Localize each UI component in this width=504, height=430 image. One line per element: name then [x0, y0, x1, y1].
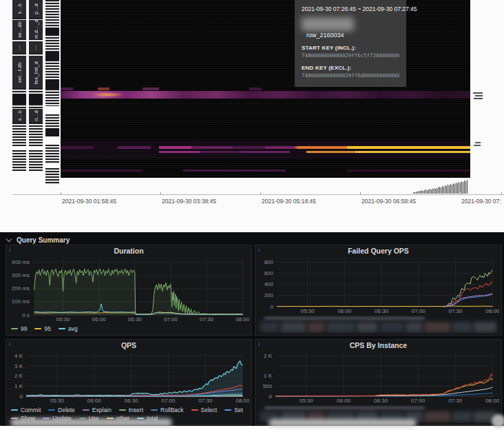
keyviz-table-label[interactable]: ···: [29, 42, 43, 53]
legend-item-select[interactable]: Select: [191, 407, 218, 413]
x-axis-tick-label: 05:30: [45, 398, 70, 404]
row-collapse-caret-icon[interactable]: [6, 236, 12, 242]
tooltip-row-label: row_2160034: [306, 32, 399, 39]
tooltip-start-key-label: START KEY (INCL.):: [302, 45, 399, 51]
panel-title-duration[interactable]: Duration: [8, 247, 249, 256]
histogram-bar: [448, 185, 448, 194]
keyviz-table-label[interactable]: se…db: [12, 20, 26, 39]
keyviz-table-label[interactable]: s…b: [12, 0, 26, 18]
histogram-bar: [465, 181, 466, 194]
legend-swatch: [59, 328, 65, 329]
x-axis-tick-label: 08:00: [480, 398, 499, 404]
histogram-bar: [419, 191, 419, 194]
panel-title-qps[interactable]: QPS: [8, 341, 249, 350]
panel-title-cps-by-instance[interactable]: CPS By Instance: [258, 341, 499, 350]
time-axis-tick: [360, 192, 361, 195]
histogram-bar: [464, 181, 465, 194]
legend-label: Insert: [129, 407, 143, 413]
legend-redacted-block: [452, 411, 472, 422]
legend-swatch: [224, 409, 231, 411]
y-axis-tick-label: 3 K: [8, 363, 23, 369]
scroll-marker-icon[interactable]: [473, 92, 483, 101]
panel-info-icon[interactable]: i: [9, 341, 10, 347]
x-axis-tick-label: 06:30: [368, 398, 393, 404]
legend-item-set[interactable]: Set: [224, 407, 243, 413]
y-axis-tick-label: 800: [258, 259, 273, 265]
legend-item-avg[interactable]: avg: [59, 325, 78, 332]
y-axis-tick-label: 1 K: [258, 373, 272, 379]
histogram-bar: [427, 190, 428, 194]
legend-swatch: [48, 409, 55, 411]
y-axis-tick-label: 100 ms: [8, 298, 30, 305]
legend-swatch: [119, 409, 126, 411]
heatmap-hot-band-top: [61, 88, 470, 90]
keyviz-segment-stripes: [12, 123, 26, 146]
panel-info-icon[interactable]: i: [9, 247, 10, 253]
keyviz-table-label[interactable]: m.d…_d: [29, 20, 43, 39]
panel-info-icon[interactable]: i: [258, 247, 260, 253]
keyviz-segment-solid: [45, 79, 59, 89]
bracket-marker-icon[interactable]: [474, 142, 481, 147]
keyviz-table-label[interactable]: s…b: [12, 109, 26, 123]
x-axis-tick-label: 06:00: [82, 398, 107, 404]
keyviz-table-label-text: s…b: [17, 3, 22, 14]
legend-redacted-text-smear: [264, 407, 425, 409]
failed-query-ops-chart[interactable]: 020040060080005:3006:0006:3007:0007:3008…: [258, 256, 499, 316]
legend-item-rollback[interactable]: RollBack: [151, 407, 184, 413]
panel-info-icon[interactable]: i: [258, 341, 260, 347]
panel-failed-query-ops: i Failed Query OPS 020040060080005:3006:…: [255, 245, 502, 336]
redacted-blur-pill: [10, 418, 172, 427]
panel-title-failed-query-ops[interactable]: Failed Query OPS: [258, 247, 499, 256]
time-axis-tick: [460, 192, 461, 195]
keyviz-table-label[interactable]: sel…t.db: [12, 57, 26, 88]
legend-item-delete[interactable]: Delete: [48, 407, 75, 413]
keyviz-segment-white: [45, 136, 59, 145]
y-axis-tick-label: 2 K: [8, 373, 23, 379]
time-axis-tick: [501, 192, 502, 195]
legend-redacted-block: [406, 322, 423, 332]
time-axis-tick: [260, 192, 261, 195]
keyviz-segment-stripes: [12, 150, 26, 171]
keyviz-table-label[interactable]: fee_list_d: [29, 57, 43, 88]
histogram-bar: [457, 183, 458, 194]
row-title[interactable]: Query Summary: [17, 236, 70, 244]
y-axis-tick-label: 200: [258, 292, 273, 298]
tooltip-end-key-value: 7480000000000029ff6d00000000000000f8: [302, 72, 399, 79]
x-axis-tick-label: 06:30: [369, 308, 394, 314]
legend-item-95[interactable]: 95: [34, 325, 50, 332]
y-axis-tick-label: 1 K: [8, 383, 23, 389]
x-axis-tick-label: 06:00: [331, 398, 356, 404]
legend-redacted-block: [308, 322, 325, 332]
y-axis-tick-label: 0: [258, 393, 272, 400]
x-axis-tick-label: 06:30: [123, 316, 147, 322]
legend-item-insert[interactable]: Insert: [119, 407, 143, 413]
legend-redacted-blocks: [260, 322, 496, 332]
heatmap-hot-band-1: [61, 91, 470, 99]
legend-item-commit[interactable]: Commit: [11, 407, 41, 413]
legend-redacted-block: [357, 322, 378, 332]
row-header-query-summary[interactable]: Query Summary: [6, 235, 70, 245]
cps-by-instance-chart[interactable]: 05001 K2 K05:3006:0006:3007:0007:3008:00: [258, 350, 499, 405]
histogram-bar: [452, 185, 452, 194]
y-axis-tick-label: 0: [258, 304, 273, 310]
keyviz-table-label[interactable]: p…d: [29, 0, 43, 18]
histogram-bar: [413, 192, 414, 194]
qps-chart[interactable]: 01 K2 K3 K4 K05:3006:0006:3007:0007:3008…: [8, 350, 249, 405]
histogram-bar: [438, 187, 439, 194]
histogram-bar: [449, 185, 450, 194]
y-axis-tick-label: 4 K: [8, 353, 23, 359]
keyviz-segment-solid: [29, 94, 43, 104]
heatmap-canvas[interactable]: 2021-09-30 07:26:45 ~ 2021-09-30 07:27:4…: [61, 0, 470, 178]
keyviz-segment-stripes: [12, 104, 26, 109]
time-axis: 2021-09-30 01:58:452021-09-30 03:38:4520…: [12, 194, 504, 205]
keyviz-segment-stripes: [45, 0, 59, 28]
keyviz-table-label[interactable]: n…d: [29, 109, 43, 123]
duration-chart[interactable]: 0 s100 ms200 ms300 ms400 ms05:3006:0006:…: [8, 256, 249, 324]
heatmap-hot-band-2: [61, 146, 470, 149]
tooltip-redacted-blur: [302, 17, 354, 31]
legend-item-explain[interactable]: Explain: [83, 407, 112, 413]
legend-item-99[interactable]: 99: [11, 325, 27, 332]
keyviz-label-column: p…dm.d…_d···fee_list_dn…d: [29, 0, 43, 171]
legend-swatch: [191, 409, 198, 411]
keyviz-table-label[interactable]: ···: [12, 42, 26, 53]
